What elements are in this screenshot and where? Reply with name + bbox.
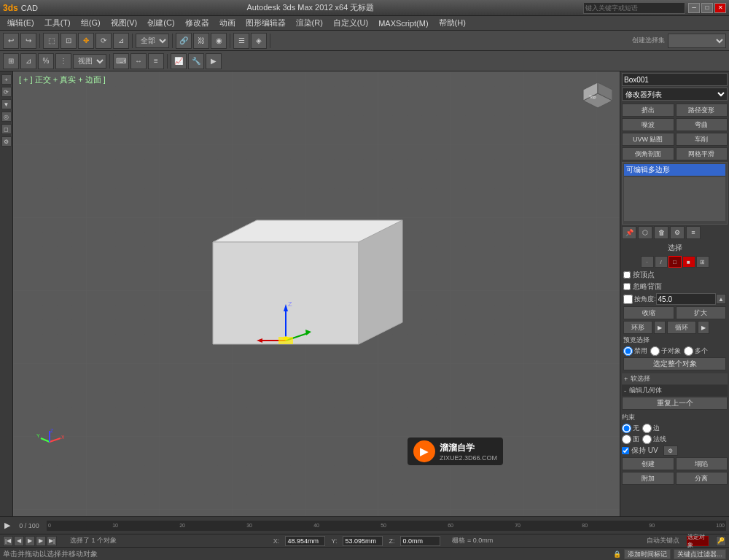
nav-cube[interactable]: Top bbox=[576, 79, 612, 115]
by-angle-checkbox[interactable] bbox=[623, 295, 633, 304]
by-vertex-checkbox[interactable] bbox=[623, 271, 631, 279]
loop-btn[interactable]: 循环 bbox=[667, 321, 696, 334]
edit-geometry-header[interactable]: - 编辑几何体 bbox=[622, 385, 728, 396]
bend-btn[interactable]: 弯曲 bbox=[676, 118, 728, 131]
align-button[interactable]: ≡ bbox=[148, 53, 164, 69]
bind-button[interactable]: ◉ bbox=[211, 33, 227, 49]
ring-arrow-btn[interactable]: ▶ bbox=[654, 321, 666, 334]
close-button[interactable]: ✕ bbox=[714, 3, 726, 13]
utilities-panel-tab[interactable]: ⚙ bbox=[1, 136, 12, 147]
extrude-btn[interactable]: 挤出 bbox=[622, 104, 674, 117]
create-selection-dropdown[interactable] bbox=[668, 34, 726, 48]
percent-snap-button[interactable]: % bbox=[38, 53, 54, 69]
material-button[interactable]: ◈ bbox=[251, 33, 267, 49]
key-mode-btn[interactable]: 🔑 bbox=[716, 536, 726, 546]
3d-snap-button[interactable]: ⊞ bbox=[3, 53, 19, 69]
timeline-bar[interactable]: 0 10 20 30 40 50 60 70 80 90 100 bbox=[47, 521, 726, 531]
select-whole-btn[interactable]: 选定整个对象 bbox=[623, 357, 726, 370]
rotate-button[interactable]: ⟳ bbox=[95, 33, 112, 49]
object-name-input[interactable] bbox=[622, 73, 728, 86]
quick-render-button[interactable]: ▶ bbox=[206, 53, 222, 69]
poly-icon[interactable]: ■ bbox=[682, 256, 695, 268]
soft-selection-header[interactable]: + 软选择 bbox=[622, 373, 728, 384]
undo-button[interactable]: ↩ bbox=[3, 33, 19, 49]
hierarchy-panel-tab[interactable]: ▼ bbox=[1, 99, 12, 109]
key-filter-btn[interactable]: 关键点过滤器... bbox=[674, 549, 726, 559]
graph-editor-button[interactable]: 📈 bbox=[171, 53, 187, 69]
menu-help[interactable]: 帮助(H) bbox=[434, 16, 470, 30]
layer-button[interactable]: ☰ bbox=[233, 33, 249, 49]
loop-arrow-btn[interactable]: ▶ bbox=[698, 321, 709, 334]
link-button[interactable]: 🔗 bbox=[176, 33, 192, 49]
move-button[interactable]: ✥ bbox=[78, 33, 94, 49]
menu-modifiers[interactable]: 修改器 bbox=[181, 16, 214, 30]
menu-tools[interactable]: 工具(T) bbox=[40, 16, 75, 30]
maximize-button[interactable]: □ bbox=[701, 3, 713, 13]
goto-start-btn[interactable]: |◀ bbox=[3, 536, 13, 546]
add-time-tag-btn[interactable]: 添加时间标记 bbox=[624, 549, 671, 559]
create-panel-tab[interactable]: + bbox=[1, 74, 12, 85]
modifier-list-dropdown[interactable]: 修改器列表 bbox=[622, 88, 728, 101]
lathe-btn[interactable]: 车削 bbox=[676, 133, 728, 146]
meshsmooth-btn[interactable]: 网格平滑 bbox=[676, 147, 728, 160]
prev-frame-btn[interactable]: ◀ bbox=[14, 536, 24, 546]
y-coord-input[interactable] bbox=[343, 536, 383, 546]
goto-end-btn[interactable]: ▶| bbox=[47, 536, 57, 546]
menu-customize[interactable]: 自定义(U) bbox=[329, 16, 373, 30]
play-button[interactable]: ▶ bbox=[0, 521, 15, 530]
spinner-snap-button[interactable]: ⋮ bbox=[55, 53, 71, 69]
attach-btn[interactable]: 附加 bbox=[622, 472, 674, 485]
next-frame-btn[interactable]: ▶ bbox=[36, 536, 46, 546]
none-radio[interactable] bbox=[622, 424, 631, 433]
scale-button[interactable]: ⊿ bbox=[113, 33, 129, 49]
edge-radio[interactable] bbox=[642, 424, 652, 433]
motion-panel-tab[interactable]: ◎ bbox=[1, 112, 12, 122]
path-deform-btn[interactable]: 路径变形 bbox=[676, 104, 728, 117]
unlink-button[interactable]: ⛓ bbox=[193, 33, 209, 49]
normal-radio[interactable] bbox=[642, 435, 652, 444]
menu-maxscript[interactable]: MAXScript(M) bbox=[374, 18, 432, 29]
create-btn[interactable]: 创建 bbox=[622, 457, 674, 470]
menu-edit[interactable]: 编辑(E) bbox=[3, 16, 39, 30]
preview-off-radio[interactable] bbox=[623, 346, 633, 356]
uvw-btn[interactable]: UVW 贴图 bbox=[622, 133, 674, 146]
viewport[interactable]: [ + ] 正交 + 真实 + 边面 ] bbox=[13, 71, 620, 516]
display-panel-tab[interactable]: ◻ bbox=[1, 124, 12, 134]
view-dropdown[interactable]: 视图 bbox=[73, 54, 106, 69]
menu-graph-editors[interactable]: 图形编辑器 bbox=[241, 16, 290, 30]
angle-snap-button[interactable]: ⊿ bbox=[20, 53, 36, 69]
make-unique-btn[interactable]: ⬡ bbox=[638, 226, 652, 239]
repeat-last-btn[interactable]: 重复上一个 bbox=[622, 397, 728, 410]
keyboard-shortcut-button[interactable]: ⌨ bbox=[113, 53, 129, 69]
menu-render[interactable]: 渲染(R) bbox=[292, 16, 327, 30]
show-all-subtree-btn[interactable]: ≡ bbox=[686, 226, 701, 239]
keep-uv-settings-btn[interactable]: ⚙ bbox=[663, 446, 678, 456]
preview-multi-radio[interactable] bbox=[684, 346, 693, 356]
select-all-dropdown[interactable]: 全部 bbox=[136, 34, 169, 48]
z-coord-input[interactable] bbox=[400, 536, 440, 546]
menu-view[interactable]: 视图(V) bbox=[106, 16, 142, 30]
remove-modifier-btn[interactable]: 🗑 bbox=[654, 226, 668, 239]
search-input[interactable] bbox=[583, 2, 685, 14]
menu-animation[interactable]: 动画 bbox=[215, 16, 240, 30]
mirror-button[interactable]: ↔ bbox=[130, 53, 147, 69]
vertex-icon[interactable]: · bbox=[641, 256, 654, 268]
modify-panel-tab[interactable]: ⟳ bbox=[1, 87, 12, 97]
face-radio[interactable] bbox=[622, 435, 631, 444]
stack-area[interactable] bbox=[624, 177, 725, 221]
menu-group[interactable]: 组(G) bbox=[77, 16, 105, 30]
border-icon[interactable]: □ bbox=[668, 256, 682, 268]
auto-key-btn[interactable]: 选定对象 bbox=[687, 536, 709, 546]
configure-sets-btn[interactable]: ⚙ bbox=[670, 226, 685, 239]
minimize-button[interactable]: ─ bbox=[688, 3, 700, 13]
keep-uv-checkbox[interactable] bbox=[622, 447, 629, 454]
select-object-button[interactable]: ⬚ bbox=[43, 33, 59, 49]
threshold-input[interactable] bbox=[656, 293, 716, 305]
edge-icon[interactable]: / bbox=[655, 256, 668, 268]
ring-btn[interactable]: 环形 bbox=[623, 321, 652, 334]
x-coord-input[interactable] bbox=[285, 536, 325, 546]
collapse-btn[interactable]: 塌陷 bbox=[676, 457, 728, 470]
menu-create[interactable]: 创建(C) bbox=[143, 16, 179, 30]
grow-btn[interactable]: 扩大 bbox=[676, 306, 727, 319]
ignore-back-checkbox[interactable] bbox=[623, 283, 631, 290]
